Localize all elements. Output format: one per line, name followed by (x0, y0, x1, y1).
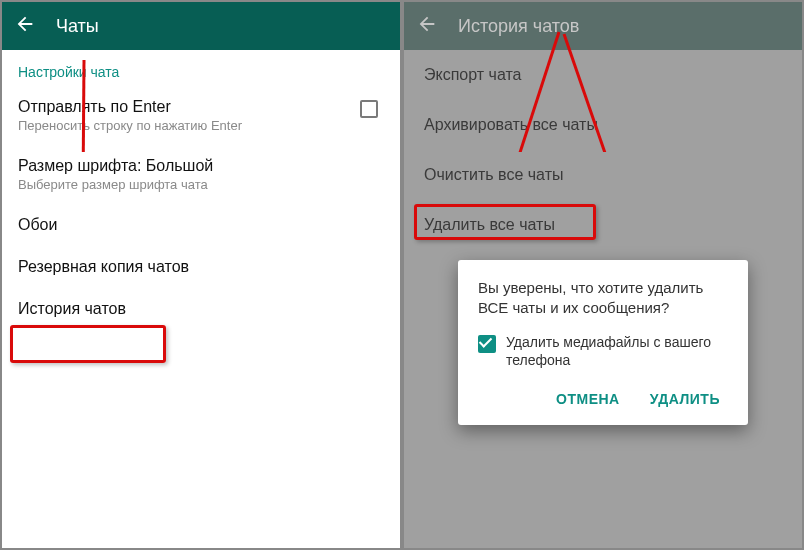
confirm-delete-dialog: Вы уверены, что хотите удалить ВСЕ чаты … (458, 260, 748, 425)
back-arrow-icon[interactable] (14, 13, 36, 39)
header-title: Чаты (56, 16, 99, 37)
header-chats: Чаты (2, 2, 400, 50)
section-label-chat-settings: Настройки чата (2, 50, 400, 86)
dialog-message: Вы уверены, что хотите удалить ВСЕ чаты … (478, 278, 728, 319)
item-title: Обои (18, 216, 57, 234)
header-chat-history: История чатов (404, 2, 802, 50)
checkbox-unchecked-icon[interactable] (360, 100, 378, 118)
dialog-checkbox-row[interactable]: Удалить медиафайлы с вашего телефона (478, 333, 728, 369)
dialog-scrim: Вы уверены, что хотите удалить ВСЕ чаты … (404, 50, 802, 548)
item-title: Размер шрифта: Большой (18, 157, 213, 175)
dialog-actions: ОТМЕНА УДАЛИТЬ (478, 383, 728, 415)
item-title: Резервная копия чатов (18, 258, 189, 276)
item-title: История чатов (18, 300, 126, 318)
dialog-checkbox-label: Удалить медиафайлы с вашего телефона (506, 333, 728, 369)
item-title: Отправлять по Enter (18, 98, 242, 116)
annotation-highlight-history (10, 325, 166, 363)
chat-history-pane: История чатов Экспорт чата Архивировать … (404, 2, 802, 548)
setting-wallpaper[interactable]: Обои (2, 204, 400, 246)
back-arrow-icon[interactable] (416, 13, 438, 39)
setting-font-size[interactable]: Размер шрифта: Большой Выберите размер ш… (2, 145, 400, 204)
cancel-button[interactable]: ОТМЕНА (552, 383, 624, 415)
header-title: История чатов (458, 16, 579, 37)
setting-enter-send[interactable]: Отправлять по Enter Переносить строку по… (2, 86, 400, 145)
item-subtitle: Переносить строку по нажатию Enter (18, 118, 242, 133)
setting-chat-history[interactable]: История чатов (2, 288, 400, 330)
setting-chat-backup[interactable]: Резервная копия чатов (2, 246, 400, 288)
item-subtitle: Выберите размер шрифта чата (18, 177, 213, 192)
checkbox-checked-icon[interactable] (478, 335, 496, 353)
delete-button[interactable]: УДАЛИТЬ (646, 383, 724, 415)
chats-settings-pane: Чаты Настройки чата Отправлять по Enter … (2, 2, 404, 548)
